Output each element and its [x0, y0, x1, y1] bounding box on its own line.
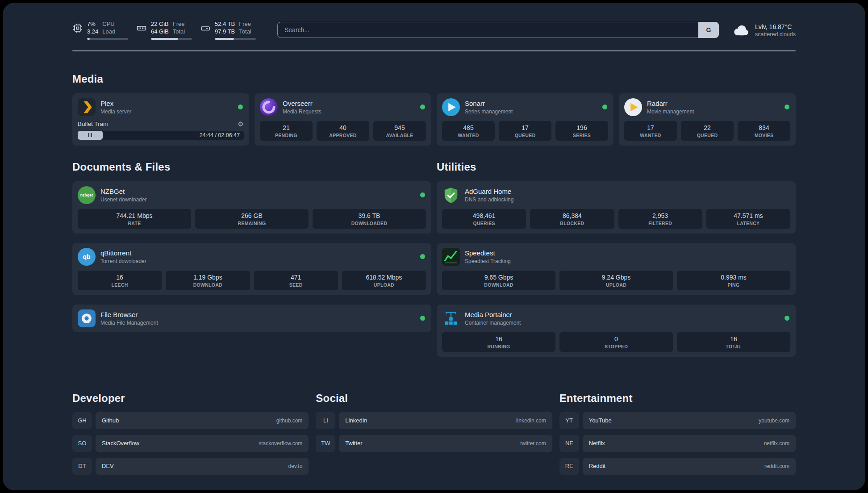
portainer-icon: [442, 309, 460, 327]
status-dot: [602, 104, 607, 109]
cpu-widget: 7% 3.24 CPU Load: [72, 21, 128, 40]
bookmark-link[interactable]: YouTube youtube.com: [583, 412, 796, 429]
weather-widget[interactable]: Lviv, 16.87°C scattered clouds: [731, 22, 796, 38]
bookmarks-entertainment: Entertainment YT YouTube youtube.com NF …: [559, 392, 796, 480]
cpu-label-top: CPU: [102, 21, 115, 28]
service-card-sonarr[interactable]: Sonarr Series management 485 WANTED 17 Q…: [437, 93, 613, 146]
topbar: 7% 3.24 CPU Load: [72, 21, 796, 40]
stat-latency: 47.571 ms LATENCY: [706, 209, 790, 229]
memory-progress-fill: [151, 38, 178, 40]
status-dot: [785, 104, 789, 109]
stat-queued: 22 QUEUED: [681, 121, 734, 141]
bookmark-link[interactable]: DEV dev.to: [96, 458, 309, 475]
stat-pending: 21 PENDING: [260, 121, 313, 141]
search-engine-button[interactable]: G: [698, 22, 719, 38]
pause-icon: [91, 133, 92, 137]
section-header-media: Media: [72, 73, 796, 85]
bookmark-github: GH Github github.com: [72, 412, 309, 429]
stat-upload: 9.24 Gbps UPLOAD: [559, 271, 673, 290]
service-title: qBittorrent: [100, 249, 415, 257]
cpu-progress-track: [87, 38, 128, 40]
search-input[interactable]: [277, 22, 698, 38]
playback-time: 24:44 / 02:06:47: [200, 132, 240, 138]
service-card-overseerr[interactable]: Overseerr Media Requests 21 PENDING 40 A…: [255, 93, 431, 146]
plex-icon: [78, 98, 96, 116]
bookmark-abbr: TW: [316, 435, 335, 452]
bookmark-dev: DT DEV dev.to: [72, 458, 309, 475]
bookmark-link[interactable]: Reddit reddit.com: [583, 458, 796, 475]
stat-queries: 498,461 QUERIES: [442, 209, 526, 229]
disk-progress-track: [215, 38, 256, 40]
stat-queued: 17 QUEUED: [499, 121, 551, 141]
stat-total: 16 TOTAL: [677, 332, 790, 352]
cloud-icon: [731, 22, 750, 38]
stat-wanted: 485 WANTED: [442, 121, 495, 141]
stat-wanted: 17 WANTED: [624, 121, 677, 141]
playback-progress-fill: [78, 131, 103, 140]
service-card-plex[interactable]: Plex Media server Bullet Train ⚙: [72, 93, 249, 146]
service-card-portainer[interactable]: Media Portainer Container management 16 …: [437, 305, 796, 357]
nzbget-icon: nzbget: [78, 186, 96, 204]
stat-running: 16 RUNNING: [442, 332, 555, 352]
memory-free-value: 22 GiB: [151, 21, 169, 28]
bookmark-link[interactable]: Github github.com: [96, 412, 309, 429]
service-title: Sonarr: [465, 100, 597, 107]
bookmark-abbr: NF: [559, 435, 579, 452]
bookmark-link[interactable]: Netflix netflix.com: [583, 435, 796, 452]
stat-stopped: 0 STOPPED: [559, 332, 673, 352]
service-title: Speedtest: [465, 249, 790, 257]
stat-rate: 744.21 Mbps RATE: [78, 209, 191, 229]
memory-label-top: Free: [173, 21, 185, 28]
service-title: AdGuard Home: [465, 188, 790, 195]
bookmark-link[interactable]: Twitter twitter.com: [339, 435, 552, 452]
service-subtitle: DNS and adblocking: [465, 196, 790, 203]
dashboard: 7% 3.24 CPU Load: [3, 3, 865, 490]
disk-widget: 52.4 TB 97.9 TB Free Total: [200, 21, 256, 40]
section-header-social: Social: [316, 392, 552, 405]
service-card-qbittorrent[interactable]: qb qBittorrent Torrent downloader 16 LEE…: [72, 243, 431, 295]
service-title: Plex: [100, 100, 233, 107]
service-title: Overseerr: [283, 100, 415, 107]
bookmark-twitter: TW Twitter twitter.com: [316, 435, 552, 452]
weather-condition: scattered clouds: [755, 31, 796, 38]
section-header-documents: Documents & Files: [72, 161, 431, 173]
service-subtitle: Usenet downloader: [100, 196, 415, 203]
stat-download: 9.65 Gbps DOWNLOAD: [442, 271, 555, 290]
service-card-nzbget[interactable]: nzbget NZBGet Usenet downloader 744.21 M…: [72, 181, 431, 234]
service-title: Media Portainer: [465, 311, 780, 318]
service-subtitle: Container management: [465, 320, 780, 326]
playback-progress-bar[interactable]: 24:44 / 02:06:47: [78, 131, 244, 140]
service-subtitle: Speedtest Tracking: [465, 258, 790, 264]
stat-seed: 471 SEED: [254, 271, 338, 290]
gear-icon[interactable]: ⚙: [238, 121, 244, 127]
documents-column: Documents & Files nzbget NZBGet Usenet d…: [72, 161, 431, 366]
service-title: Radarr: [647, 100, 780, 107]
bookmark-link[interactable]: StackOverflow stackoverflow.com: [96, 435, 309, 452]
bookmarks-social: Social LI LinkedIn linkedin.com TW Twitt…: [316, 392, 552, 480]
topbar-divider: [72, 50, 796, 51]
now-playing-title: Bullet Train: [78, 121, 108, 127]
bookmark-abbr: LI: [316, 412, 335, 429]
filebrowser-icon: [78, 309, 96, 327]
stat-movies: 834 MOVIES: [738, 121, 790, 141]
status-dot: [785, 316, 789, 321]
cpu-progress-fill: [87, 38, 90, 40]
bookmark-abbr: DT: [72, 458, 92, 475]
cpu-percent: 7%: [87, 21, 98, 28]
stat-remaining: 266 GB REMAINING: [195, 209, 309, 229]
memory-progress-track: [151, 38, 192, 40]
stat-upload: 618.52 Mbps UPLOAD: [342, 271, 426, 290]
disk-free-value: 52.4 TB: [215, 21, 235, 28]
service-card-radarr[interactable]: Radarr Movie management 17 WANTED 22 QUE…: [619, 93, 796, 146]
bookmark-link[interactable]: LinkedIn linkedin.com: [339, 412, 552, 429]
cpu-load-value: 3.24: [87, 28, 98, 36]
bookmark-netflix: NF Netflix netflix.com: [559, 435, 796, 452]
qbittorrent-icon: qb: [78, 248, 96, 266]
service-card-speedtest[interactable]: Speedtest Speedtest Tracking 9.65 Gbps D…: [437, 243, 796, 295]
service-card-adguard[interactable]: AdGuard Home DNS and adblocking 498,461 …: [437, 181, 796, 234]
bookmark-linkedin: LI LinkedIn linkedin.com: [316, 412, 552, 429]
service-card-filebrowser[interactable]: File Browser Media File Management: [72, 305, 431, 332]
cpu-icon: [72, 23, 83, 33]
disk-label-bottom: Total: [239, 28, 251, 36]
bookmark-abbr: YT: [559, 412, 579, 429]
